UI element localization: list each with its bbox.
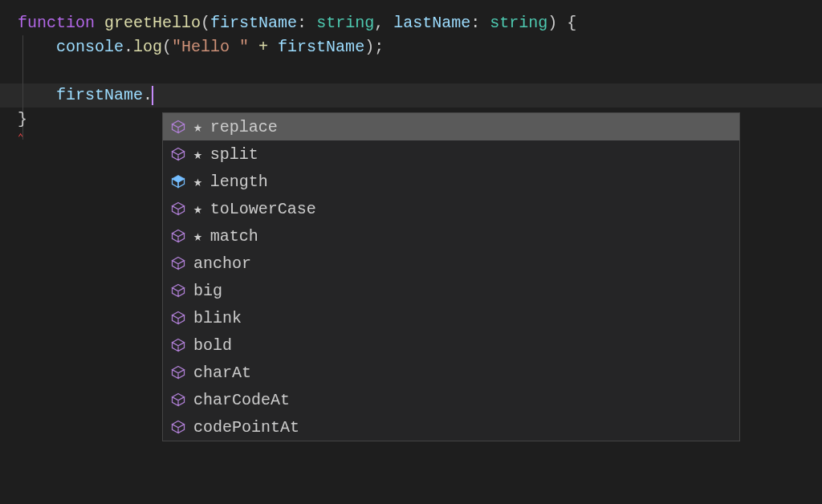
object: console — [56, 38, 124, 56]
method-icon — [169, 200, 187, 217]
parameter: firstName — [210, 14, 297, 32]
code-line-active: firstName. — [18, 83, 822, 108]
autocomplete-label: match — [210, 227, 258, 246]
method-icon — [169, 254, 187, 272]
autocomplete-label: charAt — [193, 364, 251, 382]
autocomplete-label: blink — [193, 309, 242, 327]
autocomplete-label: codePointAt — [193, 418, 299, 437]
method-icon — [169, 336, 187, 354]
type: string — [490, 14, 547, 32]
autocomplete-item[interactable]: ★split — [163, 140, 739, 168]
method-icon — [169, 309, 187, 327]
method-icon — [169, 364, 187, 381]
parameter: lastName — [393, 14, 470, 32]
star-icon: ★ — [193, 200, 202, 217]
autocomplete-item[interactable]: anchor — [163, 250, 739, 277]
autocomplete-label: big — [193, 282, 222, 300]
autocomplete-label: split — [210, 145, 258, 164]
autocomplete-item[interactable]: ★length — [163, 168, 739, 195]
error-squiggle-icon: ⌃ — [18, 132, 23, 144]
star-icon: ★ — [193, 118, 202, 136]
text-cursor — [152, 86, 153, 105]
method-icon — [169, 227, 187, 245]
autocomplete-label: charCodeAt — [193, 391, 290, 409]
autocomplete-label: replace — [210, 118, 278, 136]
autocomplete-item[interactable]: ★toLowerCase — [163, 195, 739, 222]
autocomplete-item[interactable]: charAt — [163, 359, 739, 386]
autocomplete-label: bold — [193, 336, 232, 355]
autocomplete-item[interactable]: codePointAt — [163, 413, 739, 441]
autocomplete-popup[interactable]: ★replace★split★length★toLowerCase★matcha… — [162, 112, 740, 441]
type: string — [316, 14, 374, 32]
code-line: console.log("Hello " + firstName); — [18, 35, 822, 59]
autocomplete-item[interactable]: ★replace — [163, 113, 739, 140]
autocomplete-label: toLowerCase — [210, 200, 316, 218]
code-line — [18, 59, 822, 83]
keyword: function — [18, 14, 95, 32]
method-call: log — [133, 38, 162, 56]
autocomplete-item[interactable]: ★match — [163, 222, 739, 250]
method-icon — [169, 145, 187, 163]
code-line: function greetHello(firstName: string, l… — [18, 11, 822, 35]
autocomplete-item[interactable]: charCodeAt — [163, 386, 739, 413]
autocomplete-item[interactable]: blink — [163, 304, 739, 331]
method-icon — [169, 391, 187, 408]
star-icon: ★ — [193, 145, 202, 163]
string-literal: "Hello " — [172, 38, 249, 56]
function-name: greetHello — [104, 14, 201, 32]
autocomplete-item[interactable]: big — [163, 277, 739, 304]
star-icon: ★ — [193, 173, 202, 190]
method-icon — [169, 282, 187, 299]
autocomplete-label: length — [210, 173, 268, 191]
star-icon: ★ — [193, 227, 202, 245]
identifier: firstName — [56, 86, 143, 104]
autocomplete-item[interactable]: bold — [163, 331, 739, 359]
autocomplete-label: anchor — [193, 254, 251, 273]
method-icon — [169, 118, 187, 136]
method-icon — [169, 418, 187, 436]
identifier: firstName — [278, 38, 364, 56]
field-icon — [169, 173, 187, 190]
